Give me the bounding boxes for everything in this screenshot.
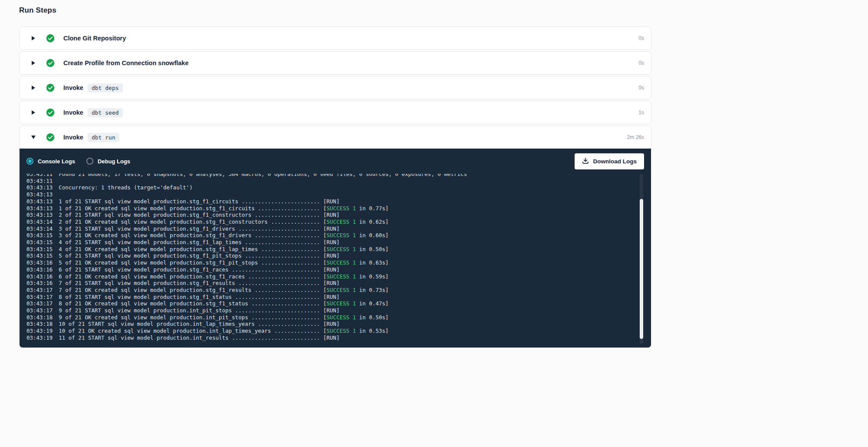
step-header-dbt-run[interactable]: Invoke dbt run 2m 26s (20, 126, 651, 149)
log-timestamp: 03:43:17 (26, 307, 53, 314)
log-line: 03:43:167 of 21 START sql view model pro… (26, 280, 634, 287)
log-success-token: SUCCESS 1 (326, 314, 356, 321)
step-card-create-profile: Create Profile from Connection snowflake… (19, 51, 651, 75)
log-timestamp: 03:43:16 (26, 280, 53, 287)
page-title: Run Steps (19, 6, 651, 15)
log-message: 6 of 21 START sql view model production.… (59, 266, 339, 273)
log-message: 5 of 21 OK created sql view model produc… (59, 259, 388, 266)
log-timestamp: 03:43:16 (26, 259, 53, 266)
debug-logs-radio[interactable]: Debug Logs (86, 158, 130, 165)
log-line: 03:43:166 of 21 OK created sql view mode… (26, 273, 634, 280)
log-timestamp: 03:43:11 (26, 174, 53, 178)
log-timestamp: 03:43:16 (26, 266, 53, 273)
log-timestamp: 03:43:18 (26, 321, 53, 328)
log-message: Found 21 models, 17 tests, 0 snapshots, … (59, 174, 467, 177)
download-icon (582, 157, 589, 166)
log-message: 8 of 21 START sql view model production.… (59, 294, 339, 300)
log-timestamp: 03:43:14 (26, 219, 53, 225)
log-success-token: SUCCESS 1 (326, 246, 356, 252)
step-label: Invoke (63, 84, 83, 91)
scrollbar-thumb[interactable] (640, 199, 643, 339)
log-success-token: SUCCESS 1 (326, 232, 356, 238)
radio-unselected-icon[interactable] (86, 158, 93, 165)
log-message: 5 of 21 START sql view model production.… (59, 252, 339, 259)
log-timestamp: 03:43:13 (26, 191, 53, 198)
step-duration: 0s (638, 60, 644, 66)
log-line: 03:43:1810 of 21 START sql view model pr… (26, 321, 634, 328)
download-logs-button[interactable]: Download Logs (575, 153, 644, 169)
step-header-create-profile[interactable]: Create Profile from Connection snowflake… (20, 52, 651, 74)
step-duration: 0s (638, 35, 644, 41)
log-success-token: SUCCESS 1 (326, 273, 356, 280)
log-success-token: SUCCESS 1 (326, 205, 356, 212)
step-label: Invoke (63, 109, 83, 116)
log-message: 8 of 21 OK created sql view model produc… (59, 300, 388, 307)
caret-right-icon[interactable] (31, 110, 36, 115)
log-timestamp: 03:43:13 (26, 198, 53, 205)
log-success-token: SUCCESS 1 (326, 287, 356, 293)
step-command-chip: dbt run (88, 133, 119, 142)
check-circle-icon (46, 34, 55, 43)
log-message: 2 of 21 START sql view model production.… (59, 212, 339, 218)
log-timestamp: 03:43:19 (26, 328, 53, 334)
log-message: 11 of 21 START sql view model production… (59, 334, 339, 341)
console-panel: Console Logs Debug Logs Download Logs (20, 149, 651, 348)
log-success-token: SUCCESS 1 (326, 300, 356, 307)
log-timestamp: 03:43:18 (26, 314, 53, 321)
run-steps-page: Run Steps Clone Git Repository 0s (0, 0, 868, 447)
log-line: 03:43:13 (26, 191, 634, 198)
log-line: 03:43:178 of 21 START sql view model pro… (26, 294, 634, 301)
step-duration: 1s (638, 109, 644, 116)
caret-right-icon[interactable] (31, 60, 36, 66)
step-header-clone-git[interactable]: Clone Git Repository 0s (20, 27, 651, 50)
download-logs-label: Download Logs (593, 158, 637, 165)
caret-right-icon[interactable] (31, 36, 36, 41)
log-timestamp: 03:43:13 (26, 184, 53, 191)
log-message: 10 of 21 OK created sql view model produ… (59, 328, 388, 334)
log-timestamp: 03:43:11 (26, 178, 53, 185)
log-line: 03:43:143 of 21 START sql view model pro… (26, 225, 634, 232)
log-timestamp: 03:43:15 (26, 252, 53, 259)
radio-selected-icon[interactable] (26, 158, 33, 165)
step-duration: 2m 26s (627, 134, 644, 140)
caret-right-icon[interactable] (31, 85, 36, 90)
step-label: Clone Git Repository (63, 35, 126, 42)
log-message: 4 of 21 OK created sql view model produc… (59, 246, 388, 252)
log-timestamp: 03:43:13 (26, 205, 53, 212)
steps-list: Clone Git Repository 0s Create Profile f… (19, 26, 651, 348)
step-header-dbt-deps[interactable]: Invoke dbt deps 0s (20, 76, 651, 99)
check-circle-icon (46, 133, 55, 142)
console-scrollbar[interactable] (640, 174, 643, 344)
log-timestamp: 03:43:15 (26, 246, 53, 253)
log-timestamp: 03:43:17 (26, 294, 53, 301)
console-logs-radio[interactable]: Console Logs (26, 158, 75, 165)
step-card-dbt-seed: Invoke dbt seed 1s (19, 101, 651, 124)
log-line: 03:43:1911 of 21 START sql view model pr… (26, 334, 634, 341)
log-message: 3 of 21 OK created sql view model produc… (59, 232, 388, 238)
step-command-chip: dbt deps (88, 83, 123, 93)
step-header-dbt-seed[interactable]: Invoke dbt seed 1s (20, 101, 651, 124)
log-message: 6 of 21 OK created sql view model produc… (59, 273, 388, 280)
log-success-token: SUCCESS 1 (326, 219, 356, 225)
log-timestamp: 03:43:13 (26, 212, 53, 219)
log-message: 1 of 21 OK created sql view model produc… (59, 205, 388, 212)
console-log[interactable]: 03:43:11Found 21 models, 17 tests, 0 sna… (20, 174, 651, 348)
step-label: Invoke (63, 134, 83, 141)
log-message: 7 of 21 START sql view model production.… (59, 280, 339, 286)
step-command-chip: dbt seed (88, 108, 123, 117)
log-line: 03:43:132 of 21 START sql view model pro… (26, 212, 634, 219)
log-line: 03:43:177 of 21 OK created sql view mode… (26, 287, 634, 294)
log-line: 03:43:153 of 21 OK created sql view mode… (26, 232, 634, 239)
log-line: 03:43:13Concurrency: 1 threads (target='… (26, 184, 634, 191)
log-line: 03:43:178 of 21 OK created sql view mode… (26, 300, 634, 307)
step-card-dbt-run: Invoke dbt run 2m 26s Console Logs Debug… (19, 126, 651, 348)
caret-down-icon[interactable] (31, 135, 36, 140)
step-duration: 0s (638, 85, 644, 91)
log-line: 03:43:11 (26, 178, 634, 185)
log-line: 03:43:131 of 21 OK created sql view mode… (26, 205, 634, 212)
console-toolbar: Console Logs Debug Logs Download Logs (20, 149, 651, 174)
check-circle-icon (46, 59, 55, 67)
log-timestamp: 03:43:15 (26, 232, 53, 239)
log-timestamp: 03:43:17 (26, 287, 53, 294)
log-success-token: SUCCESS 1 (326, 259, 356, 266)
